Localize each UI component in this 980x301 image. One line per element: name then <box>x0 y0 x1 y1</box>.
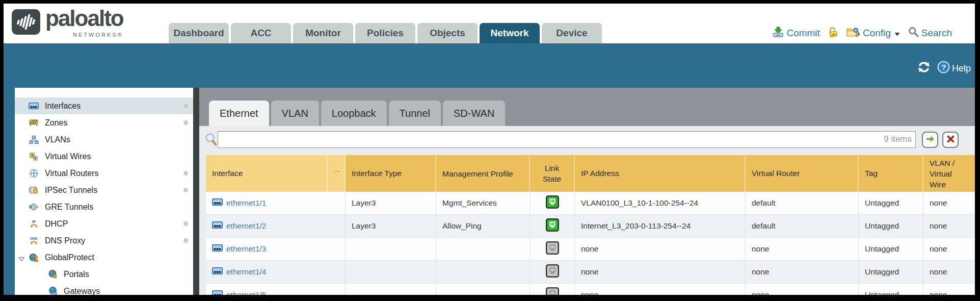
gre-tunnels-icon <box>29 203 39 212</box>
vlans-icon <box>29 135 39 144</box>
cell-link-state <box>530 192 575 214</box>
column-label: Management Profile <box>442 168 523 179</box>
left-edge-strip <box>4 43 15 295</box>
cell-vlan-virtual-wire: none <box>923 192 975 214</box>
sidebar-item-ipsec-tunnels[interactable]: IPSec Tunnels <box>15 182 193 198</box>
sidebar-item-dns-proxy[interactable]: DNSDNS Proxy <box>15 232 193 249</box>
commit-button[interactable]: Commit <box>773 27 819 40</box>
expander-triangle-icon[interactable] <box>18 255 24 264</box>
interfaces-icon <box>29 102 39 111</box>
cell-ip-address: none <box>575 261 746 283</box>
search-icon <box>908 27 919 40</box>
nav-tab-policies[interactable]: Policies <box>355 23 415 43</box>
cell-management-profile <box>436 238 530 260</box>
cell-link-state <box>530 215 575 237</box>
interface-name: ethernet1/5 <box>226 290 266 295</box>
cell-link-state <box>530 284 575 295</box>
cell-interface-type <box>346 284 436 295</box>
filter-search-icon <box>205 133 217 148</box>
nav-tab-monitor[interactable]: Monitor <box>293 23 353 43</box>
link-state-up-icon <box>546 218 559 234</box>
svg-text:IP: IP <box>32 219 36 224</box>
column-header-management-profile[interactable]: Management Profile <box>436 155 530 192</box>
column-header-ip-address[interactable]: IP Address <box>575 155 746 192</box>
gateways-icon <box>47 287 58 295</box>
cell-ip-address: Internet_L3_203-0-113-254--24 <box>575 215 746 237</box>
cell-virtual-router: none <box>746 284 859 295</box>
column-label: Link State <box>536 163 568 184</box>
interface-link[interactable]: ethernet1/1 <box>212 198 266 208</box>
interface-icon <box>212 244 223 254</box>
nav-tab-network[interactable]: Network <box>480 23 540 43</box>
column-label: Tag <box>865 169 878 178</box>
cell-interface-type <box>346 261 436 283</box>
nav-tab-dashboard[interactable]: Dashboard <box>169 23 229 43</box>
interface-icon <box>212 221 223 231</box>
help-label: Help <box>952 63 971 74</box>
column-header-interface-type[interactable]: Interface Type <box>346 155 436 192</box>
sidebar-item-gre-tunnels[interactable]: GRE Tunnels <box>15 198 193 215</box>
cell-tag: Untagged <box>859 215 923 237</box>
filter-input[interactable] <box>218 131 916 148</box>
interface-link[interactable]: ethernet1/4 <box>212 267 266 277</box>
svg-text:DNS: DNS <box>30 237 37 240</box>
sidebar-item-zones[interactable]: Zones <box>15 114 193 131</box>
column-header-virtual-router[interactable]: Virtual Router <box>746 155 859 192</box>
tab-loopback[interactable]: Loopback <box>321 101 387 126</box>
cell-virtual-router: default <box>746 215 859 237</box>
interface-link[interactable]: ethernet1/3 <box>212 244 266 254</box>
sidebar-item-gateways[interactable]: Gateways <box>15 283 193 295</box>
config-dropdown[interactable]: Config <box>846 27 900 40</box>
sidebar-item-vlans[interactable]: VLANs <box>15 131 193 148</box>
network-sidebar: InterfacesZonesVLANsVirtual WiresVirtual… <box>15 88 193 295</box>
interface-link[interactable]: ethernet1/2 <box>212 221 266 231</box>
cell-tag: Untagged <box>859 192 923 214</box>
cell-virtual-router: none <box>746 238 859 260</box>
nav-tab-device[interactable]: Device <box>542 23 602 43</box>
refresh-icon[interactable] <box>917 61 931 76</box>
tab-ethernet[interactable]: Ethernet <box>209 101 269 126</box>
chevron-down-icon <box>894 28 900 39</box>
column-label: Interface Type <box>352 169 402 178</box>
dhcp-icon: IP <box>29 219 39 229</box>
sidebar-splitter[interactable] <box>193 88 199 295</box>
paloalto-logo-icon <box>12 9 40 35</box>
nav-tab-acc[interactable]: ACC <box>231 23 291 43</box>
lock-button[interactable] <box>828 27 838 40</box>
column-header-tag[interactable]: Tag <box>859 155 923 192</box>
table-row: ethernet1/4nonenoneUntaggednone <box>206 261 975 284</box>
ethernet-panel: 9 items InterfaceInterface TypeManagemen… <box>199 126 975 295</box>
interface-link[interactable]: ethernet1/5 <box>212 290 266 295</box>
cell-vlan-virtual-wire: none <box>923 284 975 295</box>
help-icon: ? <box>937 61 950 76</box>
status-dot <box>183 221 188 226</box>
sidebar-item-virtual-routers[interactable]: Virtual Routers <box>15 165 193 182</box>
nav-tab-objects[interactable]: Objects <box>417 23 478 43</box>
column-header-interface[interactable]: Interface <box>206 155 328 192</box>
table-header-row: InterfaceInterface TypeManagement Profil… <box>206 155 975 192</box>
top-actions: Commit Config Search <box>773 24 952 42</box>
table-row: ethernet1/3nonenoneUntaggednone <box>206 238 975 261</box>
column-header-link-state[interactable]: Link State <box>530 155 575 192</box>
tab-vlan[interactable]: VLAN <box>271 101 319 126</box>
paloalto-logo: paloalto NETWORKS® <box>12 6 123 38</box>
sidebar-item-virtual-wires[interactable]: Virtual Wires <box>15 148 193 165</box>
sort-dropdown-button[interactable] <box>328 155 346 192</box>
sidebar-item-globalprotect[interactable]: GlobalProtect <box>15 249 193 266</box>
sidebar-item-dhcp[interactable]: IPDHCP <box>15 215 193 232</box>
help-button[interactable]: ? Help <box>937 61 971 76</box>
cell-tag: Untagged <box>859 261 923 283</box>
search-button[interactable]: Search <box>908 27 952 40</box>
tab-sd-wan[interactable]: SD-WAN <box>443 101 505 126</box>
column-label: Interface <box>212 169 243 178</box>
cell-interface: ethernet1/5 <box>206 284 346 295</box>
sidebar-item-interfaces[interactable]: Interfaces <box>15 97 193 114</box>
column-header-vlan-virtual-wire[interactable]: VLAN / Virtual Wire <box>923 155 975 192</box>
cell-ip-address: VLAN0100_L3_10-1-100-254--24 <box>575 192 746 214</box>
table-row: ethernet1/2Layer3Allow_PingInternet_L3_2… <box>206 215 975 238</box>
tab-tunnel[interactable]: Tunnel <box>389 101 441 126</box>
apply-filter-button[interactable] <box>922 132 938 148</box>
sidebar-item-portals[interactable]: Portals <box>15 266 193 283</box>
virtual-wires-icon <box>29 152 39 161</box>
clear-filter-button[interactable] <box>942 132 959 148</box>
